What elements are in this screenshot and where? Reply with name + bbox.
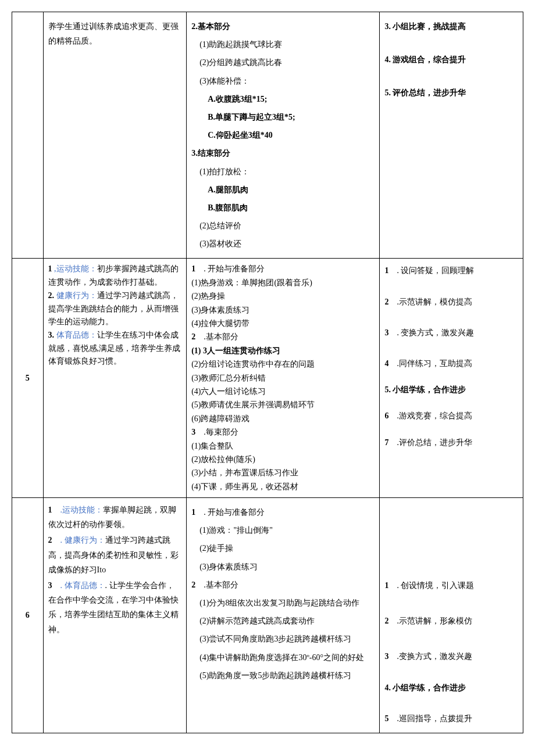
goal-number: 2. [48, 291, 55, 300]
content-item: (1)游戏："排山倒海" [191, 523, 374, 538]
row-number: 5 [12, 259, 44, 498]
content-subitem: B.单腿下蹲与起立3组*5; [191, 110, 374, 124]
content-item: (1) 3人一组连贯动作练习 [191, 345, 374, 357]
goal-label: ,运动技能： [54, 264, 97, 273]
content-item: (2)讲解示范跨越式跳高成套动作 [191, 614, 374, 628]
goal-item: 2. 健康行为：通过学习跨越式跳高，提高学生跑跳结合的能力，从而增强学生的运动能… [48, 289, 182, 328]
goal-number: 1 [48, 264, 52, 273]
content-cell: 1 . 开始与准备部分 (1)游戏："排山倒海" (2)徒手操 (3)身体素质练… [187, 498, 380, 733]
strategy-item: 5. 评价总结，进步升华 [384, 85, 518, 100]
content-item: (4)集中讲解助跑角度选择在30º-60°之间的好处 [191, 650, 374, 665]
goal-number: 3 [48, 581, 52, 590]
table-row: 6 1 .运动技能：掌握单脚起跳，双脚依次过杆的动作要领。 2 . 健康行为：通… [12, 498, 523, 733]
section-heading: 1 . 开始与准备部分 [191, 505, 374, 519]
goal-number: 2 [48, 536, 52, 544]
goal-item: 2 . 健康行为：通过学习跨越式跳高，提高身体的柔初性和灵敏性，彩成像炼的好习I… [48, 533, 182, 577]
strategy-item: 4. 游戏组合，综合提升 [384, 52, 518, 67]
strategy-item: 2 .示范讲解，形象模仿 [384, 614, 518, 628]
content-cell: 1 . 开始与准备部分 (1)热身游戏：单脚抱团(跟着音乐) (2)热身操 (3… [187, 259, 380, 498]
table-row: 养学生通过训练养成追求更高、更强的精将品质。 2.基本部分 (1)助跑起跳摸气球… [12, 12, 523, 259]
content-item: (3)体能补偿： [191, 74, 374, 88]
content-item: (1)热身游戏：单脚抱团(跟着音乐) [191, 277, 374, 289]
goals-cell: 1 ,运动技能：初步掌握跨越式跳高的连贯动作，为成套动作打基础。 2. 健康行为… [43, 259, 187, 498]
goals-cell: 1 .运动技能：掌握单脚起跳，双脚依次过杆的动作要领。 2 . 健康行为：通过学… [43, 498, 187, 733]
content-item: (4)六人一组讨论练习 [191, 385, 374, 398]
goals-cell: 养学生通过训练养成追求更高、更强的精将品质。 [43, 12, 187, 259]
content-item: (5)助跑角度一致5步助跑起跳跨越横杆练习 [191, 668, 374, 683]
strategy-item: 1 . 创设情境，引入课题 [384, 578, 518, 593]
content-item: (3)尝试不同角度助跑3步起跳跨越横杆练习 [191, 632, 374, 646]
lesson-plan-table: 养学生通过训练养成追求更高、更强的精将品质。 2.基本部分 (1)助跑起跳摸气球… [12, 12, 523, 733]
strategy-cell: 3. 小组比赛，挑战提高 4. 游戏组合，综合提升 5. 评价总结，进步升华 [380, 12, 523, 259]
strategy-cell: 1 . 创设情境，引入课题 2 .示范讲解，形象模仿 3 .变换方式，激发兴趣 … [380, 498, 523, 733]
section-heading: 2.基本部分 [191, 19, 374, 34]
goal-label: . 健康行为： [60, 536, 105, 544]
content-item: (4)拉伸大腿切带 [191, 317, 374, 330]
content-item: (2)徒手操 [191, 541, 374, 556]
strategy-item: 4 .同伴练习，互助提高 [384, 356, 518, 371]
goal-number: 1 [48, 506, 52, 514]
content-item: (3)教师汇总分析纠错 [191, 372, 374, 385]
strategy-item: 3 . 变换方式，激发兴趣 [384, 325, 518, 340]
goal-label: 健康行为： [56, 291, 97, 300]
content-subitem: C.仰卧起坐3组*40 [191, 128, 374, 142]
section-heading: 2 .基本部分 [191, 331, 374, 343]
strategy-item: 3 .变换方式，激发兴趣 [384, 649, 518, 664]
content-subitem: A.收腹跳3组*15; [191, 92, 374, 106]
content-item: (3)器材收还 [191, 237, 374, 251]
content-item: (3)身体素质练习 [191, 304, 374, 317]
table-row: 5 1 ,运动技能：初步掌握跨越式跳高的连贯动作，为成套动作打基础。 2. 健康… [12, 259, 523, 498]
goal-label: 体育品德： [56, 331, 97, 339]
strategy-item: 5. 小组学练，合作进步 [384, 382, 518, 397]
content-item: (5)教师请优生展示并强调易错环节 [191, 399, 374, 411]
goal-item: 3. 体育品德：让学生在练习中体会成就感，喜悦感,满足感，培养学生养成体育锻炼良… [48, 329, 182, 368]
section-heading: 2 .基本部分 [191, 578, 374, 592]
content-item: (4)下课，师生再见，收还器材 [191, 481, 374, 493]
row-number: 6 [12, 498, 44, 733]
goal-number: 3. [48, 331, 55, 339]
section-heading: 3.结束部分 [191, 146, 374, 160]
content-item: (2)总结评价 [191, 218, 374, 233]
goal-text: 养学生通过训练养成追求更高、更强的精将品质。 [48, 19, 182, 48]
strategy-item: 4. 小组学练，合作进步 [384, 680, 518, 695]
goal-label: .运动技能： [60, 506, 104, 514]
row-number [12, 12, 44, 259]
content-item: (3)身体素质练习 [191, 560, 374, 574]
goal-item: 1 ,运动技能：初步掌握跨越式跳高的连贯动作，为成套动作打基础。 [48, 263, 182, 289]
content-item: (1)拍打放松： [191, 164, 374, 179]
content-item: (6)跨越障碍游戏 [191, 413, 374, 425]
content-subitem: B.腹部肌肉 [191, 200, 374, 215]
content-item: (1)助跑起跳摸气球比赛 [191, 37, 374, 52]
goal-label: . 体育品德： [60, 581, 105, 590]
section-heading: 3 .毎束部分 [191, 426, 374, 439]
strategy-item: 2 .示范讲解，模仿提高 [384, 295, 518, 309]
strategy-item: 5 .巡回指导，点拨提升 [384, 711, 518, 726]
content-subitem: A.腿部肌肉 [191, 182, 374, 197]
content-item: (2)热身操 [191, 290, 374, 303]
content-item: (3)小结，并布置课后练习作业 [191, 467, 374, 479]
strategy-cell: 1 . 设问答疑，回顾理解 2 .示范讲解，模仿提高 3 . 变换方式，激发兴趣… [380, 259, 523, 498]
goal-item: 1 .运动技能：掌握单脚起跳，双脚依次过杆的动作要领。 [48, 503, 182, 532]
strategy-item: 3. 小组比赛，挑战提高 [384, 19, 518, 34]
section-heading: 1 . 开始与准备部分 [191, 263, 374, 275]
strategy-item: 7 .评价总结，进步升华 [384, 435, 518, 450]
strategy-item: 1 . 设问答疑，回顾理解 [384, 263, 518, 278]
strategy-item: 6 .游戏竞赛，综合提高 [384, 409, 518, 423]
content-item: (2)放松拉伸(随乐) [191, 453, 374, 466]
content-item: (1)集合整队 [191, 440, 374, 453]
content-item: (1)分为8组依次出发复习助跑与起跳结合动作 [191, 596, 374, 610]
content-cell: 2.基本部分 (1)助跑起跳摸气球比赛 (2)分组跨越式跳高比春 (3)体能补偿… [187, 12, 380, 259]
content-item: (2)分组跨越式跳高比春 [191, 55, 374, 70]
goal-item: 3 . 体育品德：. 让学生学会合作，在合作中学会交流，在学习中体验快乐，培养学… [48, 578, 182, 637]
content-item: (2)分组讨论连贯动作中存在的问题 [191, 358, 374, 371]
